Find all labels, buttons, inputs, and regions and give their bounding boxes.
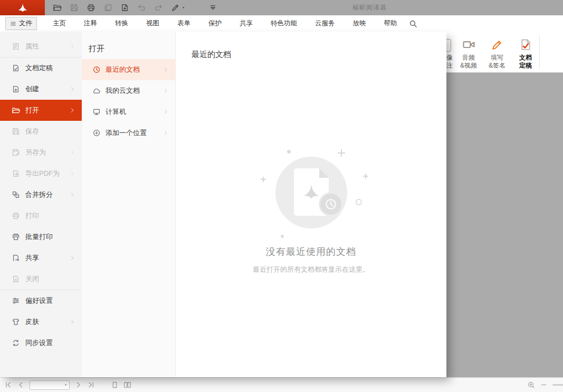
file-menu-item-4[interactable]: 打开: [0, 100, 82, 121]
marquee-zoom-button[interactable]: [527, 381, 535, 389]
file-menu-item-0: 属性: [0, 36, 82, 57]
ribbon-item-audio-video[interactable]: 音频&视频: [455, 38, 482, 70]
file-menu-item-15[interactable]: 皮肤: [0, 311, 82, 332]
close-doc-icon: [12, 275, 20, 283]
open-panel-item-2[interactable]: 计算机: [82, 101, 175, 122]
ribbon-item-partial[interactable]: 像 注: [446, 38, 453, 70]
foxit-bird-icon: [17, 3, 28, 13]
zoom-slider[interactable]: [552, 384, 563, 386]
menu-tab-0[interactable]: 主页: [53, 19, 66, 28]
redo-button: [154, 3, 163, 12]
file-menu-item-2[interactable]: 文档定稿: [0, 58, 82, 79]
ribbon-label: 音频: [460, 54, 477, 62]
file-menu-item-3[interactable]: 创建: [0, 79, 82, 100]
chevron-right-icon: [69, 107, 75, 113]
file-menu-item-16[interactable]: 同步设置: [0, 332, 82, 353]
chevron-right-icon: [69, 149, 75, 156]
page-single-icon: [111, 381, 119, 389]
single-page-view-button[interactable]: [111, 381, 119, 389]
file-menu-item-label: 导出PDF为: [25, 169, 60, 178]
ribbon-item-fill-sign[interactable]: 填写&签名: [483, 38, 511, 70]
file-menu-item-label: 皮肤: [25, 317, 39, 327]
batch-print-icon: [12, 233, 20, 241]
menu-tab-8[interactable]: 云服务: [315, 19, 335, 28]
file-menu-item-10[interactable]: 批量打印: [0, 226, 82, 247]
menu-tab-7[interactable]: 特色功能: [271, 19, 297, 28]
file-menu-panel: 属性文档定稿创建打开保存另存为导出PDF为合并拆分打印批量打印共享关闭偏好设置皮…: [0, 32, 446, 377]
search-icon[interactable]: [409, 20, 417, 28]
open-panel-item-1[interactable]: 我的云文档: [82, 80, 175, 101]
ribbon-separator: [539, 35, 540, 69]
chevron-right-icon: [163, 109, 169, 115]
file-menu-item-label: 关闭: [25, 274, 39, 284]
title-bar: 福昕阅读器: [0, 0, 563, 15]
hamburger-icon: [10, 21, 16, 27]
customize-quick-access-button[interactable]: [208, 3, 217, 12]
file-menu-item-14[interactable]: 偏好设置: [0, 290, 82, 311]
caret-line-icon: [208, 3, 217, 12]
first-page-icon: [4, 381, 12, 389]
clipped-ribbon-icon: [446, 39, 451, 52]
hand-signature-button[interactable]: [171, 3, 186, 12]
print-icon: [12, 212, 20, 220]
ribbon-item-doc-finalize[interactable]: 文档定稿: [512, 38, 539, 70]
foxit-bird-watermark-icon: [301, 183, 321, 201]
ribbon-partial-label-line1: 像: [446, 54, 453, 62]
chevron-right-icon: [163, 130, 169, 136]
file-menu-item-5: 保存: [0, 121, 82, 142]
sync-icon: [12, 339, 20, 347]
menu-tab-9[interactable]: 放映: [353, 19, 366, 28]
ribbon-label: &签名: [489, 62, 505, 70]
bird-icon: [301, 183, 321, 201]
menu-tab-10[interactable]: 帮助: [384, 19, 397, 28]
file-menu-item-11[interactable]: 共享: [0, 247, 82, 269]
menu-tabs: 主页注释转换视图表单保护共享特色功能云服务放映帮助: [53, 19, 397, 28]
page-number-input[interactable]: [30, 380, 70, 390]
open-file-button[interactable]: [53, 3, 62, 12]
chevron-right-icon: [163, 66, 169, 73]
zoom-out-button[interactable]: [540, 381, 548, 389]
view-pages-button: [103, 3, 112, 12]
file-menu-item-12: 关闭: [0, 269, 82, 290]
clock-icon: [92, 65, 101, 74]
create-icon: [12, 85, 20, 93]
clock-icon: [324, 197, 338, 211]
menu-tab-6[interactable]: 共享: [240, 19, 253, 28]
merge-split-icon: [12, 190, 20, 199]
prev-page-button[interactable]: [17, 381, 25, 389]
ribbon-label: 定稿: [519, 62, 532, 70]
open-panel-item-3[interactable]: 添加一个位置: [82, 122, 175, 144]
doc-new-icon: [120, 3, 129, 12]
facing-page-view-button[interactable]: [123, 381, 131, 389]
recent-documents-panel: 最近的文档 没有最近使用的文档 最近打开的所有文档都将显示在这里。: [176, 32, 446, 377]
file-menu-button[interactable]: 文件: [5, 17, 37, 30]
file-menu-item-label: 打开: [25, 106, 39, 115]
first-page-button[interactable]: [4, 381, 12, 389]
decoration-dot-icon: [287, 150, 291, 154]
save-icon: [12, 127, 20, 136]
file-menu-item-8[interactable]: 合并拆分: [0, 184, 82, 205]
print-button[interactable]: [87, 3, 96, 12]
marquee-zoom-icon: [527, 381, 535, 389]
empty-state-title: 没有最近使用的文档: [176, 245, 446, 258]
last-page-button[interactable]: [87, 381, 95, 389]
ribbon-label: &视频: [460, 62, 477, 70]
new-document-button[interactable]: [120, 3, 129, 12]
minus-icon: [540, 381, 548, 389]
open-panel-item-0[interactable]: 最近的文档: [82, 59, 175, 80]
empty-state-illustration: [275, 157, 347, 228]
menu-tab-1[interactable]: 注释: [84, 19, 97, 28]
next-page-button[interactable]: [74, 381, 82, 389]
menu-tab-5[interactable]: 保护: [208, 19, 222, 28]
computer-icon: [92, 108, 101, 116]
save-icon: [70, 3, 79, 12]
file-menu-item-label: 偏好设置: [25, 296, 53, 305]
menu-tab-2[interactable]: 转换: [115, 19, 128, 28]
menu-tab-3[interactable]: 视图: [146, 19, 159, 28]
file-menu-item-7: 导出PDF为: [0, 163, 82, 184]
file-menu-sidebar: 属性文档定稿创建打开保存另存为导出PDF为合并拆分打印批量打印共享关闭偏好设置皮…: [0, 32, 82, 377]
print-icon: [87, 3, 96, 12]
foxit-logo[interactable]: [0, 0, 45, 15]
menu-tab-4[interactable]: 表单: [177, 19, 190, 28]
next-page-icon: [74, 381, 82, 389]
